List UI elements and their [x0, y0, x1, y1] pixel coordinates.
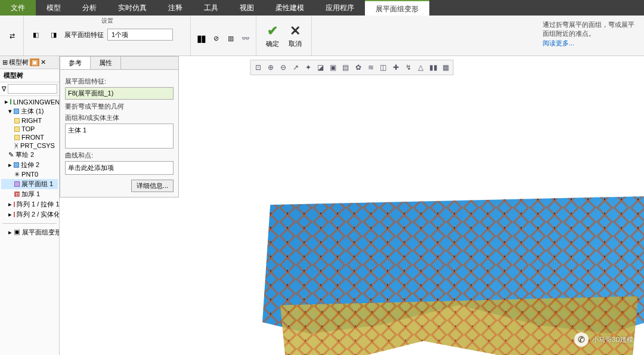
label-body: 面组和/或实体主体 — [65, 113, 174, 122]
check-icon: ✔ — [267, 23, 278, 39]
perspective-icon[interactable]: ◫ — [377, 61, 389, 73]
tree-item[interactable]: 展平面组 1 — [1, 179, 58, 189]
tree-item[interactable]: ᚸ PRT_CSYS — [1, 141, 58, 150]
spin-icon[interactable]: ▦ — [440, 61, 452, 73]
menu-annot[interactable]: 注释 — [157, 0, 193, 16]
settings-label: 设置 — [24, 17, 190, 25]
confirm-button[interactable]: ✔ 确定 — [261, 18, 284, 53]
tab-attribute[interactable]: 属性 — [91, 57, 121, 69]
tree-item[interactable]: ▸ 阵列 1 / 拉伸 1 — [1, 199, 58, 209]
tree-item[interactable]: FRONT — [1, 133, 58, 141]
no-icon[interactable]: ⊘ — [210, 32, 222, 46]
tree-header: 模型树 — [0, 69, 59, 82]
orient-icon[interactable]: ✦ — [302, 61, 314, 73]
menu-file[interactable]: 文件 — [0, 0, 36, 16]
tree-tab3-icon[interactable]: ✕ — [41, 58, 46, 66]
reference-panel: 参考 属性 展平面组特征: F8(展平面组_1) 要折弯或平整的几何 面组和/或… — [60, 56, 179, 197]
tree-title: 模型树 — [9, 58, 29, 67]
menu-flatten[interactable]: 展平面组变形 — [365, 0, 429, 16]
view-toolbar: ⊡ ⊕ ⊖ ↗ ✦ ◪ ▣ ▤ ✿ ≋ ◫ ✚ ↯ △ ▮▮ ▦ — [250, 60, 454, 75]
pause-icon[interactable]: ▮▮ — [196, 32, 207, 46]
tree-item[interactable]: ▸ 拉伸 2 — [1, 160, 58, 170]
saved-view-icon[interactable]: ✿ — [352, 61, 364, 73]
tree-item[interactable]: ✎ 草绘 2 — [1, 150, 58, 160]
tree-item[interactable]: ▸ 阵列 2 / 实体化 1 — [1, 209, 58, 220]
detail-button[interactable]: 详细信息... — [131, 180, 174, 192]
menu-sim[interactable]: 实时仿真 — [107, 0, 157, 16]
shade-icon[interactable]: ◪ — [315, 61, 327, 73]
model-tree: ⊞ 模型树 ▣ ✕ 模型树 ∇ ▸ LINGXINGWEN▾ 主体 (1) RI… — [0, 56, 60, 355]
glasses-icon[interactable]: 👓 — [240, 32, 251, 46]
label-curve: 曲线和点: — [65, 151, 174, 160]
layers-icon[interactable]: ≋ — [365, 61, 377, 73]
watermark: ✆ 小马哥3D建模 — [574, 332, 633, 347]
x-icon: ✕ — [290, 23, 301, 39]
style2-icon[interactable]: ▤ — [340, 61, 352, 73]
feature-count-input[interactable]: 1个项 — [107, 29, 173, 41]
filter-icon[interactable]: ∇ — [2, 85, 6, 93]
menu-tools[interactable]: 工具 — [193, 0, 229, 16]
opt1-icon[interactable]: ◧ — [29, 27, 43, 42]
curve-collector[interactable]: 单击此处添加项 — [65, 161, 174, 175]
tree-item[interactable]: 加厚 1 — [1, 189, 58, 199]
zoom-out-icon[interactable]: ⊖ — [277, 61, 289, 73]
label-geom: 要折弯或平整的几何 — [65, 102, 174, 111]
tree-tab-icon[interactable]: ⊞ — [2, 58, 8, 66]
zoom-in-icon[interactable]: ⊕ — [265, 61, 277, 73]
ribbon: ⇄ 设置 ◧ ◨ 展平面组特征 1个项 ▮▮ ⊘ ▥ 👓 ✔ 确定 ✕ 取消 通… — [0, 16, 644, 56]
body-collector[interactable]: 主体 1 — [65, 124, 174, 149]
refit-icon[interactable]: ↗ — [290, 61, 302, 73]
tree-item[interactable]: RIGHT — [1, 116, 58, 125]
csys-icon[interactable]: ↯ — [402, 61, 414, 73]
style1-icon[interactable]: ▣ — [327, 61, 339, 73]
menu-flex[interactable]: 柔性建模 — [265, 0, 315, 16]
tree-item[interactable]: TOP — [1, 125, 58, 133]
tree-filter-input[interactable] — [8, 84, 57, 94]
tab-reference[interactable]: 参考 — [60, 57, 91, 69]
tree-item[interactable]: ▾ 主体 (1) — [1, 106, 58, 116]
menu-app[interactable]: 应用程序 — [315, 0, 365, 16]
feature-label: 展平面组特征 — [64, 30, 104, 39]
wechat-icon: ✆ — [574, 332, 589, 347]
tip-panel: 通过折弯展平的面组，弯或展平面组附近的准点。 阅读更多... — [537, 16, 644, 55]
main-menu: 文件 模型 分析 实时仿真 注释 工具 视图 柔性建模 应用程序 展平面组变形 — [0, 0, 644, 16]
menu-model[interactable]: 模型 — [36, 0, 72, 16]
tree-tab2-icon[interactable]: ▣ — [30, 58, 39, 66]
measure-icon[interactable]: ▥ — [225, 32, 237, 46]
toggle-icon[interactable]: ⇄ — [5, 29, 19, 43]
cancel-button[interactable]: ✕ 取消 — [284, 18, 306, 53]
value-feature[interactable]: F8(展平面组_1) — [65, 87, 174, 100]
zoom-fit-icon[interactable]: ⊡ — [252, 61, 264, 73]
tree-insert[interactable]: ▸ ▣ 展平面组变形 1 — [1, 227, 58, 237]
opt2-icon[interactable]: ◨ — [47, 27, 61, 42]
pause2-icon[interactable]: ▮▮ — [428, 61, 439, 73]
menu-analysis[interactable]: 分析 — [72, 0, 107, 16]
menu-view[interactable]: 视图 — [229, 0, 265, 16]
axis-icon[interactable]: ✚ — [390, 61, 402, 73]
tree-item[interactable]: ✳ PNT0 — [1, 170, 58, 179]
label-feature: 展平面组特征: — [65, 77, 174, 86]
annot-icon[interactable]: △ — [415, 61, 427, 73]
tree-root[interactable]: ▸ LINGXINGWEN — [1, 97, 58, 106]
read-more-link[interactable]: 阅读更多... — [543, 39, 574, 47]
